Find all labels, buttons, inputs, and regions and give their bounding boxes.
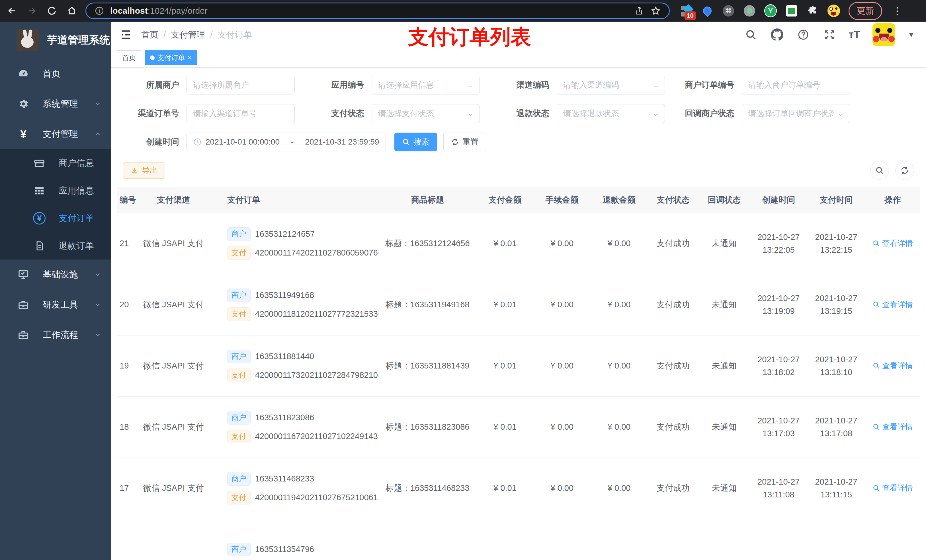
field-label: 渠道编码 — [487, 79, 557, 91]
avatar-caret-icon[interactable]: ▼ — [908, 31, 915, 39]
font-size-icon[interactable]: ᴛT — [849, 29, 860, 41]
extension-emoji-icon[interactable] — [828, 5, 840, 17]
browser-home-button[interactable] — [65, 5, 78, 17]
search-button[interactable]: 搜索 — [394, 133, 437, 151]
date-range-input[interactable]: 2021-10-01 00:00:00 - 2021-10-31 23:59:5… — [186, 133, 386, 151]
browser-menu-icon[interactable]: ⋮ — [893, 5, 902, 17]
tag-pay-order[interactable]: 支付订单 × — [145, 50, 197, 65]
toggle-search-button[interactable] — [870, 161, 889, 180]
bookmark-star-icon[interactable] — [650, 5, 661, 17]
sidebar-item-refund-order[interactable]: 退款订单 — [0, 232, 111, 260]
help-icon[interactable] — [796, 28, 810, 42]
github-icon[interactable] — [770, 28, 784, 42]
extensions-puzzle-icon[interactable] — [806, 5, 819, 17]
channel-code-select[interactable]: 请输入渠道编码⌄ — [557, 76, 665, 95]
pay-order-no: 4200001173202110272847982104 — [255, 370, 378, 380]
pay-tag: 支付 — [227, 307, 251, 321]
breadcrumb-section[interactable]: 支付管理 — [171, 29, 205, 41]
col-pay-time: 支付时间 — [808, 187, 865, 213]
placeholder: 请选择退款状态 — [563, 108, 649, 119]
app-select[interactable]: 请选择应用信息⌄ — [372, 76, 480, 95]
share-icon[interactable] — [634, 5, 645, 17]
merchant-input[interactable]: 请选择所属商户 — [186, 76, 295, 95]
sidebar-item-pay[interactable]: ¥ 支付管理 — [0, 119, 111, 149]
placeholder: 请选择所属商户 — [193, 80, 288, 91]
merchant-order-input[interactable]: 请输入商户订单编号 — [742, 76, 850, 95]
user-avatar[interactable] — [873, 23, 895, 46]
view-detail-link[interactable]: 查看详情 — [873, 483, 913, 493]
close-icon[interactable]: × — [188, 54, 191, 62]
merchant-tag: 商户 — [227, 288, 251, 302]
sidebar-item-pay-order[interactable]: ¥ 支付订单 — [0, 204, 111, 232]
cell-pay-status: 支付成功 — [648, 457, 699, 519]
table-header-row: 编号 支付渠道 支付订单 商品标题 支付金额 手续金额 退款金额 支付状态 回调… — [117, 187, 920, 213]
cell-action: 查看详情 — [865, 457, 920, 519]
sidebar-collapse-icon[interactable] — [120, 29, 132, 41]
channel-order-input[interactable]: 请输入渠道订单号 — [186, 104, 295, 123]
extension-y-icon[interactable]: Y — [764, 5, 777, 17]
tag-home[interactable]: 首页 — [117, 50, 141, 65]
sidebar-item-label: 工作流程 — [43, 329, 94, 341]
refund-status-select[interactable]: 请选择退款状态⌄ — [557, 104, 665, 123]
date-start: 2021-10-01 00:00:00 — [206, 137, 280, 146]
placeholder: 请输入渠道编码 — [563, 80, 649, 91]
breadcrumb-home[interactable]: 首页 — [141, 29, 158, 41]
reset-button[interactable]: 重置 — [443, 133, 486, 151]
notify-status-select[interactable]: 请选择订单回调商户状态⌄ — [742, 104, 850, 123]
cell-amount: ¥ 0.01 — [477, 335, 533, 396]
sidebar-item-infra[interactable]: 基础设施 — [0, 260, 111, 290]
sidebar-item-home[interactable]: 首页 — [0, 59, 111, 89]
reload-icon — [47, 6, 57, 16]
merchant-tag: 商户 — [227, 472, 251, 486]
extension-pin-icon[interactable] — [701, 5, 714, 17]
extension-command-icon[interactable]: ⌘ — [722, 5, 735, 17]
view-detail-link[interactable]: 查看详情 — [873, 299, 913, 309]
table-row: 17 微信 JSAPI 支付 商户1635311468233 支付4200001… — [117, 457, 920, 519]
browser-back-button[interactable] — [6, 5, 18, 17]
sidebar-item-system[interactable]: 系统管理 — [0, 89, 111, 119]
tags-view-bar: 首页 支付订单 × — [111, 48, 926, 68]
browser-update-button[interactable]: 更新 — [849, 2, 882, 20]
sidebar-item-merchant-info[interactable]: 商户信息 — [0, 149, 111, 177]
view-detail-link[interactable]: 查看详情 — [873, 238, 913, 248]
refresh-table-button[interactable] — [895, 161, 914, 180]
clock-icon — [193, 138, 201, 146]
sidebar-item-label: 商户信息 — [59, 157, 94, 169]
cell-id: 17 — [117, 457, 136, 519]
export-button[interactable]: 导出 — [123, 162, 165, 179]
pay-status-select[interactable]: 请选择支付状态⌄ — [372, 104, 480, 123]
extension-record-icon[interactable] — [743, 5, 756, 17]
cell-action: 查看详情 — [865, 213, 920, 274]
search-icon[interactable] — [744, 28, 758, 42]
sidebar-item-workflow[interactable]: 工作流程 — [0, 320, 111, 350]
search-icon — [873, 240, 880, 247]
pay-order-no: 4200001181202110277723215336 — [255, 309, 378, 319]
extension-chat-icon[interactable] — [785, 5, 798, 17]
cell-order: 商户1635311354796 — [211, 519, 378, 560]
sidebar-logo[interactable]: 芋道管理系统 — [0, 22, 111, 59]
merchant-tag: 商户 — [227, 227, 251, 241]
browser-reload-button[interactable] — [45, 5, 58, 17]
export-button-label: 导出 — [142, 165, 157, 175]
site-info-icon[interactable] — [94, 5, 105, 17]
col-refund: 退款金额 — [590, 187, 648, 213]
cell-pay-time: 2021-10-2713:11:15 — [808, 457, 865, 519]
browser-forward-button[interactable] — [26, 5, 38, 17]
extension-diamond-icon[interactable]: 10 — [680, 5, 693, 17]
document-icon — [33, 240, 45, 251]
fullscreen-icon[interactable] — [823, 28, 836, 42]
refresh-icon — [900, 166, 909, 175]
grid-icon — [33, 185, 45, 196]
sidebar-item-app-info[interactable]: 应用信息 — [0, 177, 111, 204]
chevron-down-icon: ⌄ — [653, 110, 658, 118]
pay-tag: 支付 — [227, 430, 251, 443]
chevron-down-icon — [94, 271, 101, 278]
view-detail-link[interactable]: 查看详情 — [873, 422, 913, 432]
sidebar-item-devtool[interactable]: 研发工具 — [0, 290, 111, 320]
address-bar[interactable]: localhost:1024/pay/order — [85, 3, 670, 19]
view-detail-link[interactable]: 查看详情 — [873, 361, 913, 371]
cell-notify-status: 未通知 — [699, 213, 750, 274]
cell-fee: ¥ 0.00 — [534, 213, 590, 274]
cell-pay-status: 支付成功 — [648, 335, 699, 396]
col-channel: 支付渠道 — [136, 187, 211, 213]
